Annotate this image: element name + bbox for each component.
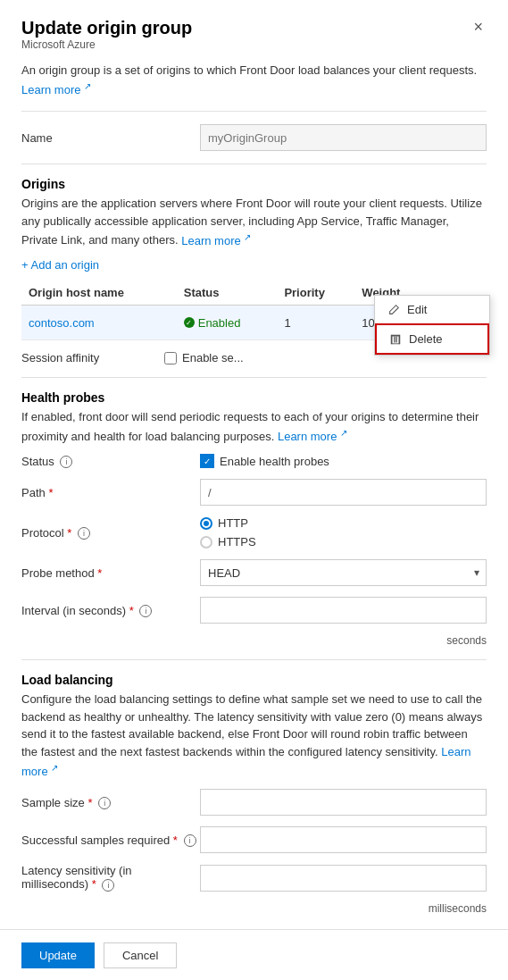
latency-info-icon: i xyxy=(102,879,114,892)
session-affinity-label: Session affinity xyxy=(21,351,164,364)
context-menu-delete-label: Delete xyxy=(409,332,443,346)
interval-info-icon: i xyxy=(139,605,152,617)
external-link-icon-1: ↗ xyxy=(84,81,91,91)
successful-samples-field-row: Successful samples required * i 3 xyxy=(21,826,487,853)
sample-size-field-row: Sample size * i 4 xyxy=(21,789,487,816)
status-info-icon: i xyxy=(60,456,72,468)
health-probes-checkbox-label: Enable health probes xyxy=(220,455,329,468)
protocol-https-radio[interactable] xyxy=(200,536,212,549)
interval-label: Interval (in seconds) * i xyxy=(21,604,200,618)
session-affinity-checkbox[interactable] xyxy=(164,352,177,364)
delete-icon xyxy=(389,333,402,346)
svg-rect-1 xyxy=(392,334,400,336)
health-probes-description: If enabled, front door will send periodi… xyxy=(21,408,487,445)
enable-health-probes-row: Enable health probes xyxy=(200,454,329,468)
svg-rect-3 xyxy=(392,343,400,344)
origin-priority: 1 xyxy=(277,306,354,340)
health-probes-checkbox[interactable] xyxy=(200,454,214,468)
interval-unit-label: seconds xyxy=(21,634,487,647)
interval-input[interactable]: 100 xyxy=(200,597,487,624)
name-label: Name xyxy=(21,131,200,145)
probe-method-field-row: Probe method * HEAD GET ▾ xyxy=(21,559,487,586)
name-field-row: Name xyxy=(21,124,487,151)
health-probes-title: Health probes xyxy=(21,390,487,405)
latency-field-row: Latency sensitivity (in milliseconds) * … xyxy=(21,864,487,892)
load-balancing-description: Configure the load balancing settings to… xyxy=(21,691,487,780)
protocol-https-option[interactable]: HTTPS xyxy=(200,535,256,549)
context-menu-edit-label: Edit xyxy=(407,303,427,316)
health-status-label: Status i xyxy=(21,455,200,469)
latency-unit-label: milliseconds xyxy=(21,902,487,915)
svg-rect-4 xyxy=(394,336,395,342)
col-header-host: Origin host name xyxy=(21,281,177,306)
sample-size-input[interactable]: 4 xyxy=(200,789,487,816)
panel-subtitle: Microsoft Azure xyxy=(21,38,192,51)
latency-label: Latency sensitivity (in milliseconds) * … xyxy=(21,864,200,892)
health-status-row: Status i Enable health probes xyxy=(21,454,487,468)
session-affinity-checkbox-text: Enable se... xyxy=(182,351,244,364)
edit-icon xyxy=(387,304,400,316)
protocol-field-row: Protocol * i HTTP HTTPS xyxy=(21,516,487,549)
session-affinity-checkbox-label[interactable]: Enable se... xyxy=(164,351,244,364)
interval-field-row: Interval (in seconds) * i 100 xyxy=(21,597,487,624)
external-link-icon-2: ↗ xyxy=(244,231,251,241)
protocol-http-radio[interactable] xyxy=(200,517,212,530)
status-badge: Enabled xyxy=(184,316,271,330)
external-link-icon-3: ↗ xyxy=(340,428,347,438)
close-button[interactable]: × xyxy=(470,18,487,37)
update-button[interactable]: Update xyxy=(21,942,95,968)
protocol-radio-group: HTTP HTTPS xyxy=(200,516,256,549)
protocol-http-option[interactable]: HTTP xyxy=(200,516,256,530)
context-menu-edit[interactable]: Edit xyxy=(375,296,489,323)
sample-size-info-icon: i xyxy=(98,797,111,809)
learn-more-link-1[interactable]: Learn more ↗ xyxy=(21,83,91,96)
probe-method-select-wrapper: HEAD GET ▾ xyxy=(200,559,487,586)
probe-method-label: Probe method * xyxy=(21,566,200,580)
svg-rect-2 xyxy=(399,334,401,344)
sample-size-label: Sample size * i xyxy=(21,796,200,810)
probe-method-select[interactable]: HEAD GET xyxy=(200,559,487,586)
protocol-http-label: HTTP xyxy=(218,516,248,530)
load-balancing-section: Load balancing Configure the load balanc… xyxy=(21,673,487,914)
cancel-button[interactable]: Cancel xyxy=(104,942,177,968)
protocol-label: Protocol * i xyxy=(21,526,200,540)
origins-title: Origins xyxy=(21,177,487,191)
health-probes-section: Health probes If enabled, front door wil… xyxy=(21,390,487,647)
col-header-priority: Priority xyxy=(277,281,354,306)
load-balancing-title: Load balancing xyxy=(21,673,487,687)
external-link-icon-4: ↗ xyxy=(51,762,58,772)
protocol-info-icon: i xyxy=(78,527,90,540)
successful-samples-label: Successful samples required * i xyxy=(21,833,200,848)
panel-description: An origin group is a set of origins to w… xyxy=(21,62,487,98)
origin-host-link[interactable]: contoso.com xyxy=(29,316,95,330)
protocol-https-label: HTTPS xyxy=(218,535,256,549)
context-menu: Edit Delete xyxy=(374,295,490,356)
add-origin-button[interactable]: + Add an origin xyxy=(21,258,99,272)
successful-samples-input[interactable]: 3 xyxy=(200,826,487,853)
svg-rect-5 xyxy=(396,336,396,342)
name-input[interactable] xyxy=(200,124,487,151)
col-header-status: Status xyxy=(177,281,278,306)
status-dot-icon xyxy=(184,317,195,328)
learn-more-link-3[interactable]: Learn more ↗ xyxy=(278,430,347,443)
path-field-row: Path * / xyxy=(21,479,487,506)
path-input[interactable]: / xyxy=(200,479,487,506)
latency-input[interactable]: 50 xyxy=(200,865,487,892)
panel-title: Update origin group xyxy=(21,18,192,38)
path-label: Path * xyxy=(21,486,200,499)
panel-footer: Update Cancel xyxy=(0,929,508,980)
context-menu-delete[interactable]: Delete xyxy=(375,323,489,355)
origins-description: Origins are the application servers wher… xyxy=(21,195,487,249)
learn-more-link-2[interactable]: Learn more ↗ xyxy=(181,234,251,247)
successful-samples-info-icon: i xyxy=(184,834,196,847)
